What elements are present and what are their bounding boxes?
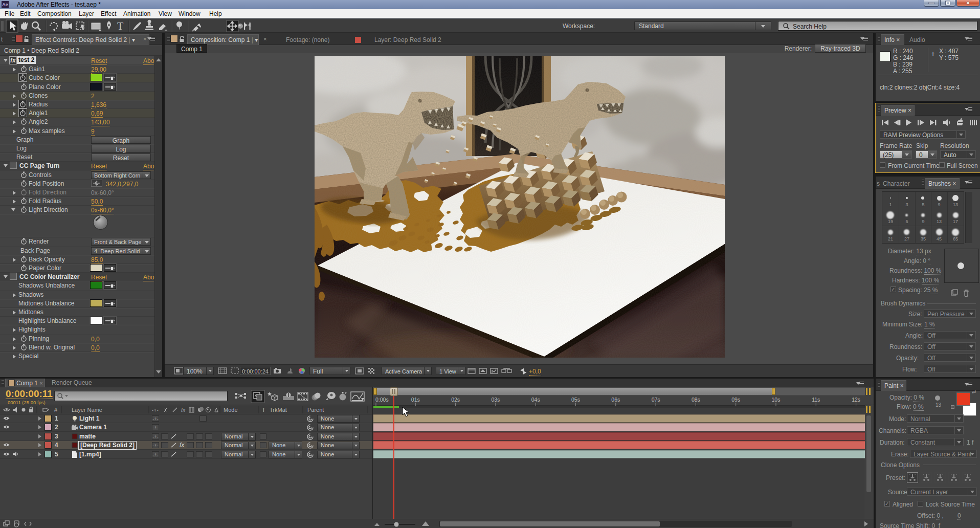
svg-text:#: #	[54, 407, 58, 413]
svg-text:01s: 01s	[411, 397, 420, 403]
svg-text:-♀-: -♀-	[152, 408, 159, 413]
svg-text:02s: 02s	[451, 397, 460, 403]
svg-text:07s: 07s	[652, 397, 660, 403]
svg-text:04s: 04s	[531, 397, 540, 403]
svg-text:06s: 06s	[611, 397, 620, 403]
svg-text:11s: 11s	[812, 397, 820, 403]
svg-text:Mode: Mode	[224, 407, 238, 413]
svg-text:03s: 03s	[491, 397, 500, 403]
svg-text:08s: 08s	[692, 397, 700, 403]
svg-text:0:00s: 0:00s	[375, 397, 389, 403]
svg-text:10s: 10s	[772, 397, 781, 403]
svg-text:Layer Name: Layer Name	[72, 407, 102, 413]
svg-text:09s: 09s	[731, 397, 740, 403]
svg-text:05s: 05s	[571, 397, 580, 403]
svg-text:fx: fx	[181, 407, 186, 413]
svg-text:TrkMat: TrkMat	[270, 407, 287, 413]
svg-text:12s: 12s	[852, 397, 860, 403]
svg-text:Parent: Parent	[307, 407, 324, 413]
svg-text:T: T	[262, 407, 265, 413]
svg-text:T: T	[117, 20, 123, 32]
